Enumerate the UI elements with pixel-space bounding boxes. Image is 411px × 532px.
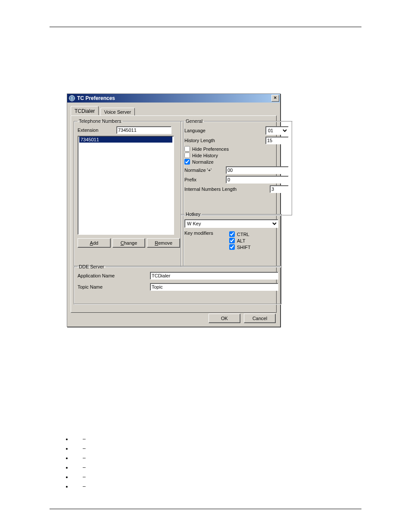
group-telephone-numbers: Telephone Numbers Extension 7345011 Add … [74,118,184,267]
legend-hotkey: Hotkey [184,212,202,217]
preferences-dialog: TC Preferences TCDialer Voice Server Tel… [67,93,280,327]
tab-tcdialer[interactable]: TCDialer [71,106,99,115]
alt-checkbox[interactable] [229,238,235,243]
tabpanel-tcdialer: Telephone Numbers Extension 7345011 Add … [71,115,277,313]
normalize-label: Normalize [192,159,214,165]
history-length-input[interactable] [265,137,289,144]
tabstrip: TCDialer Voice Server [71,106,277,115]
normalize-plus-input[interactable] [226,166,289,174]
language-label: Language [184,128,265,133]
list-item[interactable]: 7345011 [79,137,172,143]
close-button[interactable] [271,95,279,102]
history-length-label: History Length [184,138,265,143]
change-button[interactable]: Change [112,238,146,248]
legend-telephone: Telephone Numbers [78,118,122,124]
topic-name-label: Topic Name [78,284,150,289]
list-item: – [72,453,355,463]
app-globe-icon [68,95,75,102]
normalize-checkbox[interactable] [184,159,190,165]
hide-history-label: Hide History [192,153,218,158]
prefix-label: Prefix [184,177,226,182]
cancel-button[interactable]: Cancel [244,314,276,323]
prefix-input[interactable] [226,176,289,184]
group-hotkey: Hotkey W Key Key modifiers CTRL ALT SHIF… [181,212,282,267]
application-name-input[interactable] [150,272,278,280]
extension-label: Extension [78,128,116,133]
internal-numbers-length-input[interactable] [270,185,289,193]
hide-preferences-checkbox[interactable] [184,146,190,152]
window-title: TC Preferences [77,95,271,101]
alt-label: ALT [237,238,245,243]
hide-preferences-label: Hide Preferences [192,146,229,152]
page-top-rule [50,27,361,27]
legend-dde: DDE Server [78,264,106,269]
topic-name-input[interactable] [150,283,278,291]
group-general: General Language 01 History Length Hide … [181,118,293,216]
list-item: – [72,472,355,482]
legend-general: General [184,118,204,124]
ctrl-checkbox[interactable] [229,231,235,237]
shift-label: SHIFT [237,245,251,250]
language-combo[interactable]: 01 [265,126,289,135]
add-button[interactable]: Add [78,238,111,248]
page-bottom-rule [50,509,361,509]
extension-input[interactable] [116,126,171,134]
document-bullet-list: – – – – – – [62,434,355,491]
tab-voiceserver[interactable]: Voice Server [100,108,135,115]
extension-listbox[interactable]: 7345011 [78,136,174,235]
ok-button[interactable]: OK [209,314,240,323]
list-item: – [72,434,355,444]
list-item: – [72,463,355,472]
titlebar: TC Preferences [67,94,280,103]
list-item: – [72,482,355,491]
normalize-plus-label: Normalize '+' [184,168,226,173]
list-item: – [72,444,355,453]
ctrl-label: CTRL [237,232,249,237]
application-name-label: Application Name [78,273,150,278]
internal-numbers-length-label: Internal Numbers Length [184,187,270,192]
hotkey-combo[interactable]: W Key [184,219,278,228]
key-modifiers-label: Key modifiers [184,230,229,236]
group-dde-server: DDE Server Application Name Topic Name [74,264,282,305]
shift-checkbox[interactable] [229,244,235,250]
remove-button[interactable]: Remove [147,238,180,248]
hide-history-checkbox[interactable] [184,152,190,158]
